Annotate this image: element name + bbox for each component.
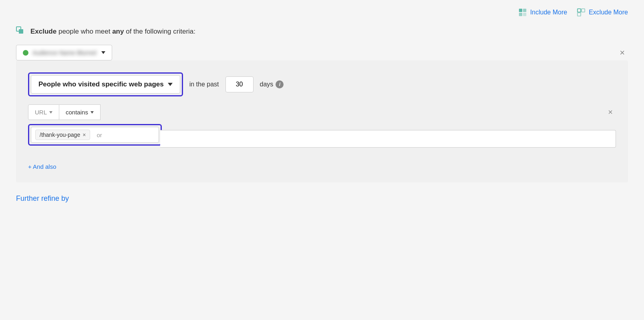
exclude-header: Exclude people who meet any of the follo… bbox=[16, 26, 628, 37]
url-chevron-icon bbox=[49, 111, 52, 114]
and-also-button[interactable]: + And also bbox=[28, 163, 56, 170]
main-criteria-panel: People who visited specific web pages in… bbox=[16, 60, 628, 182]
audience-name-blurred: Audience Name Blurred bbox=[32, 49, 97, 56]
contains-label: contains bbox=[66, 109, 88, 116]
exclude-bold: Exclude bbox=[30, 28, 56, 35]
exclude-icon bbox=[16, 26, 26, 37]
audience-dropdown[interactable]: Audience Name Blurred bbox=[16, 45, 112, 60]
tag-chip-close-button[interactable]: × bbox=[83, 132, 86, 138]
url-row-close-button[interactable]: × bbox=[605, 104, 616, 120]
value-input-row[interactable]: /thank-you-page × or bbox=[31, 127, 159, 143]
svg-rect-4 bbox=[578, 9, 581, 12]
contains-dropdown-button[interactable]: contains bbox=[59, 104, 101, 120]
value-row-highlight: /thank-you-page × or bbox=[28, 124, 162, 146]
url-label: URL bbox=[35, 109, 47, 116]
days-info-icon[interactable]: i bbox=[276, 80, 284, 88]
svg-rect-1 bbox=[523, 9, 526, 12]
criteria-dropdown-label: People who visited specific web pages bbox=[38, 80, 164, 88]
days-input[interactable] bbox=[225, 76, 254, 92]
url-input-extended[interactable] bbox=[160, 130, 616, 148]
in-the-past-label: in the past bbox=[189, 81, 219, 88]
criteria-dropdown-highlight: People who visited specific web pages bbox=[28, 72, 183, 96]
include-more-icon bbox=[518, 8, 527, 17]
top-actions-bar: Include More Exclude More bbox=[16, 8, 628, 17]
green-dot-indicator bbox=[23, 50, 28, 56]
audience-dropdown-chevron bbox=[101, 51, 105, 54]
tag-chip: /thank-you-page × bbox=[35, 130, 90, 140]
url-dropdown-button[interactable]: URL bbox=[28, 104, 59, 120]
exclude-text4: of the following criteria: bbox=[126, 28, 195, 35]
svg-rect-0 bbox=[519, 9, 522, 12]
any-bold: any bbox=[112, 28, 124, 35]
svg-rect-8 bbox=[19, 29, 23, 34]
criteria-dropdown[interactable]: People who visited specific web pages bbox=[31, 75, 180, 94]
include-more-button[interactable]: Include More bbox=[518, 8, 568, 17]
svg-rect-2 bbox=[519, 13, 522, 16]
criteria-row: People who visited specific web pages in… bbox=[28, 72, 616, 96]
svg-rect-6 bbox=[578, 13, 581, 16]
exclude-more-icon bbox=[577, 8, 586, 17]
tag-chip-value: /thank-you-page bbox=[40, 132, 80, 138]
svg-rect-3 bbox=[523, 13, 526, 16]
audience-close-button[interactable]: × bbox=[616, 46, 628, 60]
exclude-more-button[interactable]: Exclude More bbox=[577, 8, 628, 17]
days-label: days i bbox=[260, 80, 284, 88]
svg-rect-5 bbox=[582, 9, 585, 12]
criteria-chevron-icon bbox=[168, 83, 173, 86]
exclude-text2: people who meet bbox=[58, 28, 112, 35]
contains-chevron-icon bbox=[91, 111, 94, 114]
or-label: or bbox=[93, 132, 105, 138]
further-refine-button[interactable]: Further refine by bbox=[16, 194, 69, 203]
